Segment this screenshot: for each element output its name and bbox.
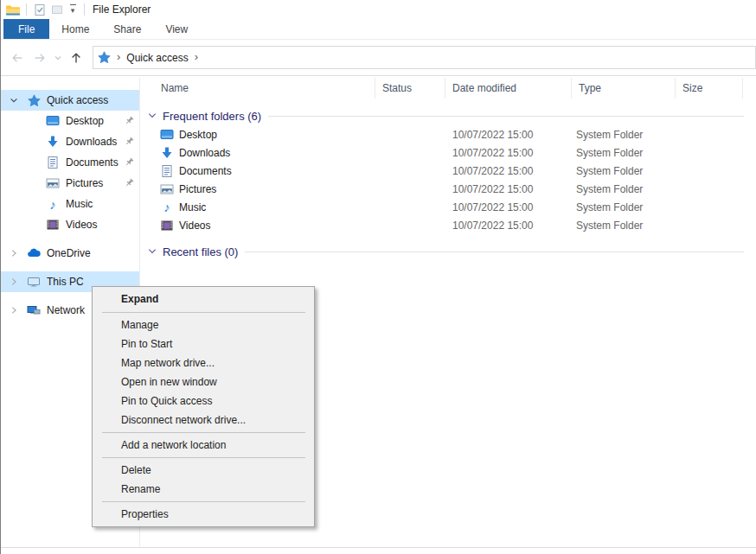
this-pc-icon xyxy=(27,275,41,289)
sidebar-item-pictures[interactable]: Pictures xyxy=(1,173,139,194)
desktop-icon xyxy=(160,128,174,142)
up-icon[interactable] xyxy=(65,47,87,69)
sidebar-item-downloads[interactable]: Downloads xyxy=(1,131,139,152)
menu-item-open-in-new-window[interactable]: Open in new window xyxy=(93,373,314,392)
titlebar-separator xyxy=(26,3,27,16)
videos-icon xyxy=(46,218,60,232)
quick-access-star-icon xyxy=(27,93,41,107)
sidebar-item-onedrive[interactable]: OneDrive xyxy=(1,243,139,264)
music-icon: ♪ xyxy=(160,201,174,214)
pin-icon xyxy=(125,178,134,188)
sidebar-item-label: This PC xyxy=(47,276,84,288)
network-icon xyxy=(27,303,41,317)
ribbon-tabs: File Home Share View xyxy=(1,19,756,39)
chevron-down-icon[interactable] xyxy=(8,95,20,105)
sidebar-item-videos[interactable]: Videos xyxy=(1,214,139,235)
file-type: System Folder xyxy=(572,147,676,159)
file-name: Desktop xyxy=(179,129,217,141)
forward-icon[interactable] xyxy=(29,47,51,69)
tab-share[interactable]: Share xyxy=(101,19,153,39)
menu-item-properties[interactable]: Properties xyxy=(93,505,314,524)
sidebar-item-label: Desktop xyxy=(66,115,104,127)
menu-item-expand[interactable]: Expand xyxy=(93,289,314,309)
downloads-icon xyxy=(160,146,174,160)
customize-toolbar-dropdown-icon[interactable]: ▾ xyxy=(66,4,80,15)
documents-icon xyxy=(46,156,60,169)
status-bar xyxy=(1,547,756,554)
chevron-right-icon[interactable] xyxy=(8,305,20,315)
chevron-right-icon[interactable] xyxy=(8,248,20,258)
sidebar-item-documents[interactable]: Documents xyxy=(1,152,139,173)
menu-separator xyxy=(102,432,305,433)
group-rule xyxy=(245,252,744,252)
column-header-status[interactable]: Status xyxy=(375,78,445,99)
sidebar-item-label: Quick access xyxy=(47,94,108,106)
file-row-videos[interactable]: Videos 10/07/2022 15:00 System Folder xyxy=(140,216,756,234)
sidebar-item-music[interactable]: ♪ Music xyxy=(1,194,139,214)
context-menu: Expand Manage Pin to Start Map network d… xyxy=(92,286,315,527)
desktop-icon xyxy=(46,114,60,128)
tab-file[interactable]: File xyxy=(3,19,49,39)
file-name: Videos xyxy=(179,220,210,232)
new-folder-quick-icon[interactable] xyxy=(48,2,66,17)
pin-icon xyxy=(125,116,134,125)
pictures-icon xyxy=(46,176,60,190)
file-date-modified: 10/07/2022 15:00 xyxy=(445,220,572,232)
breadcrumb-quick-access[interactable]: Quick access xyxy=(126,52,188,64)
file-date-modified: 10/07/2022 15:00 xyxy=(445,201,572,213)
sidebar-item-label: Network xyxy=(47,304,85,316)
tab-view[interactable]: View xyxy=(153,19,200,39)
column-header-size[interactable]: Size xyxy=(676,78,743,99)
quick-access-star-icon xyxy=(98,51,111,64)
menu-item-delete[interactable]: Delete xyxy=(93,461,314,480)
column-header-type[interactable]: Type xyxy=(572,78,676,99)
breadcrumb-chevron-icon[interactable]: › xyxy=(189,50,204,65)
file-row-documents[interactable]: Documents 10/07/2022 15:00 System Folder xyxy=(140,162,756,180)
properties-quick-icon[interactable] xyxy=(31,2,48,17)
file-row-desktop[interactable]: Desktop 10/07/2022 15:00 System Folder xyxy=(140,125,756,143)
file-date-modified: 10/07/2022 15:00 xyxy=(445,183,572,195)
chevron-right-icon[interactable] xyxy=(8,277,20,287)
file-name: Documents xyxy=(179,165,232,177)
group-header-label: Recent files (0) xyxy=(163,245,238,258)
group-header-recent-files[interactable]: Recent files (0) xyxy=(140,242,756,261)
back-icon[interactable] xyxy=(6,47,29,69)
file-row-downloads[interactable]: Downloads 10/07/2022 15:00 System Folder xyxy=(140,143,756,162)
menu-item-manage[interactable]: Manage xyxy=(93,315,314,334)
group-header-label: Frequent folders (6) xyxy=(163,110,261,123)
sidebar-item-label: Videos xyxy=(66,219,97,231)
sidebar-item-label: Music xyxy=(66,198,93,210)
recent-locations-chevron-icon[interactable] xyxy=(51,47,65,69)
file-type: System Folder xyxy=(572,183,676,195)
pin-icon xyxy=(125,137,134,146)
column-headers: Name Status Date modified Type Size xyxy=(140,78,756,99)
sidebar-item-label: Downloads xyxy=(66,136,117,148)
menu-item-add-network-location[interactable]: Add a network location xyxy=(93,436,314,455)
videos-icon xyxy=(160,219,174,232)
file-row-pictures[interactable]: Pictures 10/07/2022 15:00 System Folder xyxy=(140,180,756,198)
breadcrumb-chevron-icon[interactable]: › xyxy=(111,50,126,65)
address-bar[interactable]: › Quick access › xyxy=(93,46,756,69)
titlebar-separator xyxy=(84,3,85,16)
column-header-name[interactable]: Name xyxy=(140,78,375,99)
menu-item-disconnect-network-drive[interactable]: Disconnect network drive... xyxy=(93,411,314,430)
column-header-date-modified[interactable]: Date modified xyxy=(445,78,572,99)
menu-item-map-network-drive[interactable]: Map network drive... xyxy=(93,353,314,373)
group-header-frequent-folders[interactable]: Frequent folders (6) xyxy=(140,106,756,125)
sidebar-item-label: Documents xyxy=(66,156,119,169)
menu-item-pin-to-quick-access[interactable]: Pin to Quick access xyxy=(93,392,314,411)
music-icon: ♪ xyxy=(46,197,60,211)
file-date-modified: 10/07/2022 15:00 xyxy=(445,147,572,159)
address-bar-row: › Quick access › xyxy=(1,39,756,76)
documents-icon xyxy=(160,164,174,178)
downloads-icon xyxy=(46,135,60,149)
sidebar-item-desktop[interactable]: Desktop xyxy=(1,111,139,131)
file-name: Downloads xyxy=(179,147,230,159)
chevron-down-icon xyxy=(147,246,157,257)
menu-item-pin-to-start[interactable]: Pin to Start xyxy=(93,334,314,353)
tab-home[interactable]: Home xyxy=(49,19,101,39)
sidebar-item-quick-access[interactable]: Quick access xyxy=(1,90,139,111)
file-row-music[interactable]: ♪ Music 10/07/2022 15:00 System Folder xyxy=(140,198,756,216)
sidebar-item-label: OneDrive xyxy=(47,247,91,259)
menu-item-rename[interactable]: Rename xyxy=(93,480,314,499)
